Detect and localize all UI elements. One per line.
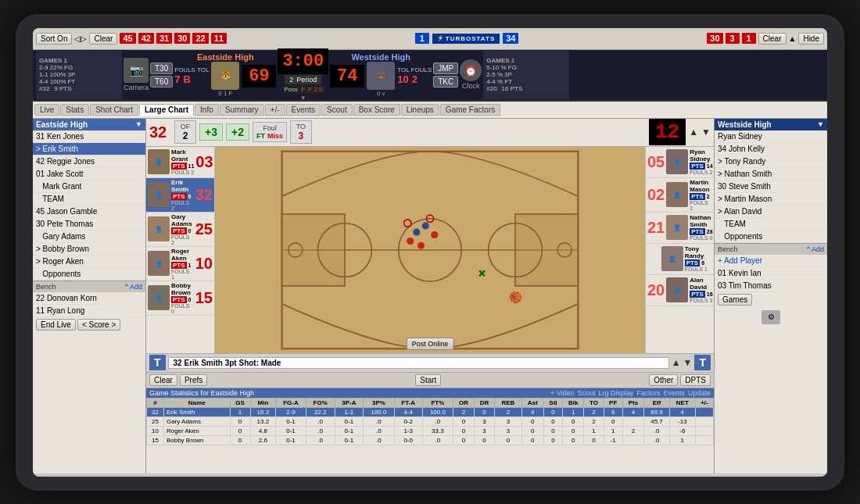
player-42-reggie-jones[interactable]: 42 Reggie Jones xyxy=(33,155,145,168)
tab-large-chart[interactable]: Large Chart xyxy=(139,104,194,116)
player-31-ken-jones[interactable]: 31 Ken Jones xyxy=(33,130,145,143)
clock-button-section: ⏰ Clock xyxy=(460,59,482,90)
events-link[interactable]: Events xyxy=(663,389,685,397)
score-button[interactable]: < Score > xyxy=(77,319,120,331)
clear-right-button[interactable]: Clear xyxy=(758,33,787,45)
clock-display: 3:00 xyxy=(278,48,328,74)
player-gary-adams[interactable]: Gary Adams xyxy=(33,231,145,243)
post-online-section: Post Online xyxy=(407,335,454,350)
r-opponents[interactable]: Opponents xyxy=(715,231,827,243)
td-10-min: 4.8 xyxy=(250,426,275,435)
score-scroll-up[interactable]: ▲ xyxy=(689,127,698,138)
video-link[interactable]: + Video xyxy=(550,389,575,397)
update-link[interactable]: Update xyxy=(688,389,711,397)
r-nathan-smith[interactable]: > Nathan Smith xyxy=(715,168,827,181)
player-roger-aken[interactable]: > Roger Aken xyxy=(33,256,145,268)
pts-val-tony: 6 xyxy=(701,260,704,266)
pts-label-ryan: PTS xyxy=(690,163,705,170)
score-scroll-down[interactable]: ▼ xyxy=(701,127,711,138)
big-num-erik: 32 xyxy=(195,186,213,204)
games-button[interactable]: Games xyxy=(718,294,752,306)
player-score-display: 12 xyxy=(649,119,686,145)
r-kevin-ian[interactable]: 01 Kevin Ian xyxy=(715,267,827,280)
camera-icon[interactable]: 📷 xyxy=(124,58,149,83)
tab-events[interactable]: Events xyxy=(286,104,321,116)
player-team[interactable]: TEAM xyxy=(33,193,145,206)
settings-icon[interactable]: ⚙ xyxy=(761,310,780,324)
tab-boxscore[interactable]: Box Score xyxy=(353,104,400,116)
r-john-kelly[interactable]: 34 John Kelly xyxy=(715,143,827,155)
tab-stats[interactable]: Stats xyxy=(60,104,89,116)
r-ryan-sidney[interactable]: Ryan Sidney xyxy=(715,130,827,143)
r-tim-thomas[interactable]: 03 Tim Thomas xyxy=(715,280,827,292)
add-player-right[interactable]: ^ Add xyxy=(807,245,824,253)
td-15-to: 0 xyxy=(584,435,604,445)
hide-button[interactable]: Hide xyxy=(798,33,824,45)
play-scroll-up[interactable]: ▲ xyxy=(672,357,681,368)
clear-play-button[interactable]: Clear xyxy=(149,374,177,386)
r-alan-david[interactable]: > Alan David xyxy=(715,206,827,218)
r-add-player[interactable]: + Add Player xyxy=(715,255,827,267)
player-opponents-left[interactable]: Opponents xyxy=(33,268,145,281)
player-45-jason-gamble[interactable]: 45 Jason Gamble xyxy=(33,206,145,218)
pts-label-roger: PTS xyxy=(171,262,187,269)
sort-button[interactable]: Sort On xyxy=(36,33,72,45)
home-name: Westside High xyxy=(351,52,410,62)
fouls-roger: FOULS 1 xyxy=(171,269,194,280)
prefs-button[interactable]: Prefs xyxy=(180,374,207,386)
big-num-mark-grant: 03 xyxy=(195,153,213,171)
tab-game-factors[interactable]: Game Factors xyxy=(440,104,500,116)
avatar-nathan-smith: 👤 xyxy=(666,215,688,240)
td-25-fta: 0-2 xyxy=(394,416,422,426)
t30-button[interactable]: T30 xyxy=(150,63,173,74)
tab-summary[interactable]: Summary xyxy=(220,104,264,116)
tab-lineups[interactable]: Lineups xyxy=(401,104,439,116)
player-erik-smith[interactable]: > Erik Smith xyxy=(33,143,145,155)
stats-team-label: Game Statistics for Eastside High xyxy=(149,389,254,397)
up-arrow-icon[interactable]: ▲ xyxy=(789,34,797,43)
col-name: Name xyxy=(163,398,230,407)
scout-link[interactable]: Scout xyxy=(577,389,595,397)
player-mark-grant[interactable]: Mark Grant xyxy=(33,181,145,193)
tab-live[interactable]: Live xyxy=(34,104,59,116)
main-body: Eastside High ▼ 31 Ken Jones > Erik Smit… xyxy=(33,119,827,474)
td-15-num: 15 xyxy=(147,435,164,445)
r-tony-randy[interactable]: > Tony Randy xyxy=(715,155,827,168)
tablet-screen: Sort On ◁▷ Clear 45 42 31 30 22 11 1 ⚡ T… xyxy=(33,28,827,477)
tab-shot-chart[interactable]: Shot Chart xyxy=(90,104,138,116)
fouls-ryan: FOULS 2 xyxy=(690,170,712,175)
lrg-display-link[interactable]: Lrg Display xyxy=(598,389,633,397)
tkc-button[interactable]: TKC xyxy=(433,76,458,88)
r-martin-mason[interactable]: > Martin Mason xyxy=(715,193,827,206)
arrows-icon[interactable]: ◁▷ xyxy=(74,34,87,43)
factors-link[interactable]: Factors xyxy=(636,389,660,397)
number-badge-45: 45 xyxy=(120,33,135,44)
player-30-pete-thomas[interactable]: 30 Pete Thomas xyxy=(33,218,145,231)
bench-22-donovan[interactable]: 22 Donovan Korn xyxy=(33,292,145,305)
jmp-button[interactable]: JMP xyxy=(433,63,458,74)
t60-button[interactable]: T60 xyxy=(150,76,173,88)
tab-scout[interactable]: Scout xyxy=(321,104,353,116)
start-button[interactable]: Start xyxy=(415,374,441,386)
tab-info[interactable]: Info xyxy=(195,104,219,116)
play-scroll-down[interactable]: ▼ xyxy=(683,357,693,368)
left-scroll[interactable]: ▼ xyxy=(135,120,142,129)
player-bobby-brown[interactable]: > Bobby Brown xyxy=(33,243,145,256)
r-steve-smith[interactable]: 30 Steve Smith xyxy=(715,181,827,193)
pts-val-nathan: 28 xyxy=(707,229,713,234)
add-player-left[interactable]: ^ Add xyxy=(125,283,142,291)
td-10-reb: 3 xyxy=(495,426,522,435)
bench-11-ryan[interactable]: 11 Ryan Long xyxy=(33,305,145,317)
td-10-pm xyxy=(695,426,713,435)
post-online-button[interactable]: Post Online xyxy=(407,338,454,350)
left-team-name: Eastside High xyxy=(36,120,88,129)
tab-plusminus[interactable]: +/- xyxy=(265,104,285,116)
other-button[interactable]: Other xyxy=(649,374,678,386)
player-01-jake-scott[interactable]: 01 Jake Scott xyxy=(33,168,145,181)
dpts-button[interactable]: DPTS xyxy=(680,374,711,386)
clear-left-button[interactable]: Clear xyxy=(89,33,117,45)
r-team[interactable]: TEAM xyxy=(715,218,827,231)
clock-icon[interactable]: ⏰ xyxy=(460,59,482,81)
right-scroll[interactable]: ▼ xyxy=(817,120,824,129)
end-live-button[interactable]: End Live xyxy=(36,319,76,331)
